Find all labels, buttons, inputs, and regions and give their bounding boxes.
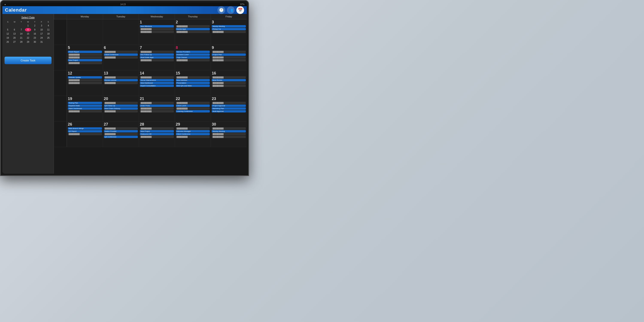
mini-cell-8-today[interactable]: 8 bbox=[25, 28, 31, 32]
event-new-dashboard[interactable]: New Dashboard bbox=[140, 82, 174, 84]
event-dark-36[interactable]: █████████ bbox=[104, 127, 138, 130]
event-dentist[interactable]: Dentist Appt. bbox=[176, 28, 210, 30]
event-new-project-w2[interactable]: New Project bbox=[68, 59, 102, 62]
mini-cell-18[interactable]: 18 bbox=[45, 32, 52, 36]
event-website-update[interactable]: Website Update bbox=[68, 76, 102, 78]
event-dark-29[interactable]: █████████ bbox=[140, 102, 174, 104]
event-keyword-stats[interactable]: Keyword Stats bbox=[68, 104, 102, 107]
mini-cell-10[interactable]: 10 bbox=[38, 28, 45, 32]
event-dark-1[interactable]: █████████ bbox=[140, 28, 174, 30]
event-expert-consultation[interactable]: Expert Consultation bbox=[140, 84, 174, 87]
cal-cell-w3-tue[interactable]: 13 █████████ Renew License █████████ bbox=[103, 70, 139, 96]
event-qa-follow-up[interactable]: QA Follow Up bbox=[104, 104, 138, 107]
cal-cell-w5-wed[interactable]: 28 █████████ New Project Outsource HR ██… bbox=[139, 122, 175, 147]
event-dark-17[interactable]: █████████ bbox=[68, 79, 102, 81]
cal-cell-w2-thu[interactable]: 8 Service Providers Investors Lunch Yoga… bbox=[175, 45, 211, 70]
event-dark-4[interactable]: █████████ bbox=[176, 31, 210, 33]
event-dark-20[interactable]: █████████ bbox=[104, 82, 138, 84]
cal-cell-w5-fri[interactable]: 30 █████████ Weekly Meeting █████████ ██… bbox=[210, 122, 247, 147]
event-dark-9[interactable]: █████████ bbox=[104, 51, 138, 53]
event-dark-2[interactable]: █████████ bbox=[140, 31, 174, 33]
cal-cell-w2-wed[interactable]: 7 █████████ Dev Follow Up Real Estate Ap… bbox=[139, 45, 175, 70]
event-dark-33[interactable]: █████████ bbox=[176, 107, 210, 110]
cal-cell-w5-tue[interactable]: 27 █████████ Switch Provider █████████ Q… bbox=[103, 122, 139, 147]
event-dark-28[interactable]: █████████ bbox=[104, 110, 138, 112]
event-new-milestone[interactable]: New Milestone bbox=[140, 25, 174, 28]
event-main-branch-merge[interactable]: Main Branch Merge bbox=[68, 127, 102, 130]
mini-cell-28[interactable]: 28 bbox=[18, 40, 24, 44]
event-dark-31[interactable]: █████████ bbox=[140, 110, 174, 112]
event-dark-13[interactable]: █████████ bbox=[176, 59, 210, 62]
event-client-conf[interactable]: Client Conference bbox=[104, 54, 138, 56]
mini-cell-7[interactable]: 7 bbox=[18, 28, 24, 32]
mini-cell-3[interactable]: 3 bbox=[38, 24, 45, 28]
event-order-prints[interactable]: Order Prints bbox=[140, 104, 174, 107]
event-dark-41[interactable]: █████████ bbox=[176, 136, 210, 138]
event-dark-15[interactable]: █████████ bbox=[212, 56, 246, 58]
event-dark-19[interactable]: █████████ bbox=[104, 76, 138, 78]
event-dark-25[interactable]: █████████ bbox=[212, 84, 246, 87]
mini-cell-30[interactable]: 30 bbox=[32, 40, 38, 44]
event-dark-11[interactable]: █████████ bbox=[140, 51, 174, 53]
event-dark-34[interactable]: █████████ bbox=[212, 102, 246, 104]
event-dark-21[interactable]: █████████ bbox=[140, 76, 174, 78]
event-sales-dashboard[interactable]: Sales Dashboard bbox=[68, 107, 102, 110]
mini-cell-9[interactable]: 9 bbox=[32, 28, 38, 32]
mini-cell-25[interactable]: 25 bbox=[45, 36, 52, 40]
cal-cell-w2-tue[interactable]: 6 █████████ Client Conference █████████ bbox=[103, 45, 139, 70]
event-dark-42[interactable]: █████████ bbox=[212, 127, 246, 130]
event-dark-24[interactable]: █████████ bbox=[212, 82, 246, 84]
create-task-button[interactable]: Create Task bbox=[4, 57, 52, 64]
cal-cell-w3-thu[interactable]: 15 █████████ New Interface Presentation … bbox=[175, 70, 211, 96]
mini-cell-14[interactable]: 14 bbox=[18, 32, 24, 36]
event-new-chairs[interactable]: New Chairs Delivery bbox=[104, 107, 138, 110]
mini-cell-24[interactable]: 24 bbox=[38, 36, 45, 40]
event-dark-10[interactable]: █████████ bbox=[104, 56, 138, 58]
event-dark-7[interactable]: █████████ bbox=[68, 56, 102, 58]
mini-cell-29[interactable]: 29 bbox=[25, 40, 31, 44]
event-dark-3[interactable]: █████████ bbox=[176, 25, 210, 28]
event-real-estate[interactable]: Real Estate Appt. bbox=[140, 56, 174, 58]
mini-cell-17[interactable]: 17 bbox=[38, 32, 45, 36]
people-icon[interactable]: 👥 bbox=[227, 6, 235, 14]
event-dark-12[interactable]: █████████ bbox=[140, 59, 174, 62]
mini-cell-4[interactable]: 4 bbox=[45, 24, 52, 28]
event-dark-37[interactable]: █████████ bbox=[104, 133, 138, 135]
cal-cell-w4-tue[interactable]: 20 █████████ QA Follow Up New Chairs Del… bbox=[103, 96, 139, 122]
event-renew-license[interactable]: Renew License bbox=[104, 79, 138, 81]
cal-cell-w4-fri[interactable]: 23 █████████ Project Approval Marketing … bbox=[210, 96, 247, 122]
event-beta-review[interactable]: Beta Review bbox=[212, 79, 246, 81]
event-dark-39[interactable]: █████████ bbox=[140, 136, 174, 138]
event-service-providers[interactable]: Service Providers bbox=[176, 51, 210, 53]
cal-cell-w4-mon[interactable]: 19 Testing Plan Keyword Stats Sales Dash… bbox=[67, 96, 103, 122]
mini-cell-1[interactable]: 1 bbox=[25, 24, 31, 28]
event-dark-16[interactable]: █████████ bbox=[212, 59, 246, 62]
cal-cell-w5-mon[interactable]: 26 Main Branch Merge Q2 Report █████████ bbox=[67, 122, 103, 147]
cal-cell-w1-thu[interactable]: 2 █████████ Dentist Appt. █████████ bbox=[175, 19, 211, 45]
event-weekly-meeting[interactable]: Weekly Meeting bbox=[212, 25, 246, 28]
event-finish-report[interactable]: Finish Report bbox=[68, 51, 102, 53]
mini-cell-19[interactable]: 19 bbox=[4, 36, 11, 40]
event-qa-conference[interactable]: QA Conference bbox=[104, 136, 138, 138]
event-dark-27[interactable]: █████████ bbox=[104, 102, 138, 104]
cal-cell-w1-fri[interactable]: 3 Weekly Meeting Pickup Car █████████ bbox=[210, 19, 247, 45]
calendar-icon[interactable]: 📅 bbox=[236, 6, 244, 14]
cal-cell-w3-mon[interactable]: 12 Website Update █████████ █████████ bbox=[67, 70, 103, 96]
mini-cell[interactable] bbox=[12, 24, 18, 28]
event-new-qa-lead[interactable]: New QA Lead Meet. bbox=[176, 84, 210, 87]
event-weekly-meeting-w5[interactable]: Weekly Meeting bbox=[212, 130, 246, 132]
mini-cell-15[interactable]: 15 bbox=[25, 32, 31, 36]
event-server-maintenance[interactable]: Server Maintenance bbox=[140, 79, 174, 81]
mini-cell-13[interactable]: 13 bbox=[12, 32, 18, 36]
event-presentation[interactable]: Presentation bbox=[176, 82, 210, 84]
event-new-interface[interactable]: New Interface bbox=[176, 79, 210, 81]
mini-cell-23[interactable]: 23 bbox=[32, 36, 38, 40]
event-dark-18[interactable]: █████████ bbox=[68, 82, 102, 84]
mini-cell[interactable] bbox=[18, 24, 24, 28]
cal-cell-w1-tue[interactable] bbox=[103, 19, 139, 45]
event-client-conf-w5[interactable]: Client Conference bbox=[176, 133, 210, 135]
clock-icon[interactable]: 🕐 bbox=[218, 6, 225, 14]
event-dark-5[interactable]: █████████ bbox=[212, 31, 246, 33]
cal-cell-w2-mon[interactable]: 5 Finish Report █████████ █████████ New … bbox=[67, 45, 103, 70]
cal-cell-w5-thu[interactable]: 29 █████████ Interview Manager Client Co… bbox=[175, 122, 211, 147]
